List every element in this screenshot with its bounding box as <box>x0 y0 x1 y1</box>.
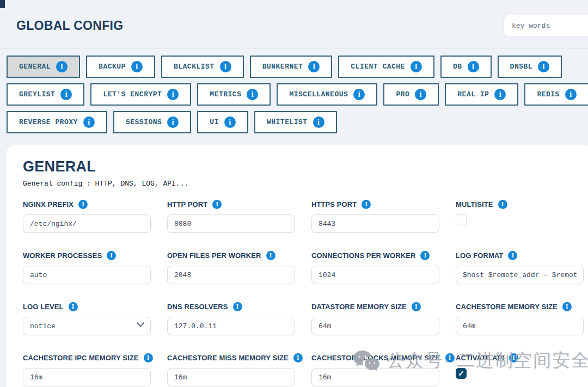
tab-row: GENERALiBACKUPiBLACKLISTiBUNKERNETiCLIEN… <box>7 56 581 78</box>
field-label: CACHESTORE LOCKS MEMORY SIZEi <box>311 353 439 363</box>
field-label-text: WORKER PROCESSES <box>23 251 102 260</box>
info-icon[interactable]: i <box>308 61 320 72</box>
tab-label: REDIS <box>537 90 560 99</box>
https-port-input[interactable] <box>311 214 439 233</box>
tab-sessions[interactable]: SESSIONSi <box>113 111 191 133</box>
field-label: OPEN FILES PER WORKERi <box>167 251 295 260</box>
tab-miscellaneous[interactable]: MISCELLANEOUSi <box>277 83 377 106</box>
tab-db[interactable]: DBi <box>440 56 492 78</box>
tab-dnsbl[interactable]: DNSBLi <box>498 56 562 78</box>
field-label-text: DNS RESOLVERS <box>167 303 228 311</box>
tab-row: REVERSE PROXYiSESSIONSiUIiWHITELISTi <box>7 111 581 133</box>
info-icon[interactable]: i <box>266 251 275 260</box>
log-format-input[interactable] <box>456 266 584 284</box>
info-icon[interactable]: i <box>353 89 365 100</box>
cachestore-ipc-memory-size-input[interactable] <box>23 368 151 386</box>
info-icon[interactable]: i <box>411 61 422 72</box>
tab-label: UI <box>210 118 219 126</box>
tab-label: GENERAL <box>19 63 51 71</box>
tab-reverse-proxy[interactable]: REVERSE PROXYi <box>7 111 107 133</box>
tab-let-s-encrypt[interactable]: LET'S ENCRYPTi <box>90 83 191 106</box>
tab-redis[interactable]: REDISi <box>524 83 588 106</box>
info-icon[interactable]: i <box>415 89 426 100</box>
tab-label: LET'S ENCRYPT <box>103 90 162 99</box>
field-label: HTTP PORTi <box>167 200 295 209</box>
info-icon[interactable]: i <box>538 61 549 72</box>
tab-whitelist[interactable]: WHITELISTi <box>254 111 337 133</box>
info-icon[interactable]: i <box>220 61 231 72</box>
tab-ui[interactable]: UIi <box>197 111 248 133</box>
info-icon[interactable]: i <box>233 302 242 311</box>
tab-metrics[interactable]: METRICSi <box>197 83 271 106</box>
tab-label: REVERSE PROXY <box>19 118 78 126</box>
info-icon[interactable]: i <box>313 116 324 128</box>
datastore-memory-size-input[interactable] <box>311 317 439 335</box>
tab-blacklist[interactable]: BLACKLISTi <box>161 56 244 78</box>
field-label-text: HTTP PORT <box>167 200 207 208</box>
tab-pro[interactable]: PROi <box>383 83 439 106</box>
tab-general[interactable]: GENERALi <box>7 56 80 78</box>
info-icon[interactable]: i <box>131 61 143 72</box>
field-multisite: MULTISITEi <box>456 200 584 233</box>
field-label-text: MULTISITE <box>456 200 493 208</box>
info-icon[interactable]: i <box>293 353 303 363</box>
info-icon[interactable]: i <box>562 302 572 311</box>
open-files-per-worker-input[interactable] <box>167 266 295 284</box>
search-input[interactable] <box>504 15 588 37</box>
tab-bunkernet[interactable]: BUNKERNETi <box>250 56 333 78</box>
info-icon[interactable]: i <box>167 116 179 128</box>
tab-backup[interactable]: BACKUPi <box>86 56 155 78</box>
log-level-select[interactable]: notice <box>23 317 151 335</box>
panel-subtitle: General config : HTTP, DNS, LOG, API... <box>23 180 588 188</box>
cachestore-locks-memory-size-input[interactable] <box>311 368 439 386</box>
field-label-text: DATASTORE MEMORY SIZE <box>311 303 407 311</box>
info-icon[interactable]: i <box>445 353 455 363</box>
info-icon[interactable]: i <box>494 89 506 100</box>
info-icon[interactable]: i <box>565 89 577 100</box>
info-icon[interactable]: i <box>107 251 116 260</box>
field-open-files-per-worker: OPEN FILES PER WORKERi <box>167 251 295 284</box>
info-icon[interactable]: i <box>167 89 179 100</box>
cachestore-memory-size-input[interactable] <box>456 317 584 335</box>
connections-per-worker-input[interactable] <box>311 266 439 284</box>
info-icon[interactable]: i <box>508 251 517 260</box>
tab-greylist[interactable]: GREYLISTi <box>7 83 84 106</box>
info-icon[interactable]: i <box>509 353 518 363</box>
field-label: DNS RESOLVERSi <box>167 302 295 311</box>
field-label-text: OPEN FILES PER WORKER <box>167 251 261 260</box>
worker-processes-input[interactable] <box>23 266 151 284</box>
http-port-input[interactable] <box>167 214 295 233</box>
info-icon[interactable]: i <box>60 89 72 100</box>
info-icon[interactable]: i <box>412 302 421 311</box>
info-icon[interactable]: i <box>468 61 479 72</box>
info-icon[interactable]: i <box>224 116 236 128</box>
multisite-checkbox[interactable] <box>456 214 467 225</box>
field-log-format: LOG FORMATi <box>456 251 584 284</box>
info-icon[interactable]: i <box>69 302 78 311</box>
field-label-text: ACTIVATE API <box>456 354 504 362</box>
info-icon[interactable]: i <box>420 251 430 260</box>
field-label-text: CONNECTIONS PER WORKER <box>311 251 415 260</box>
nginx-prefix-input[interactable] <box>23 214 151 233</box>
field-cachestore-miss-memory-size: CACHESTORE MISS MEMORY SIZEi <box>167 353 295 386</box>
info-icon[interactable]: i <box>212 200 222 209</box>
field-label-text: LOG LEVEL <box>23 303 64 311</box>
info-icon[interactable]: i <box>83 116 95 128</box>
field-nginx-prefix: NGINX PREFIXi <box>23 200 151 233</box>
info-icon[interactable]: i <box>247 89 258 100</box>
cachestore-miss-memory-size-input[interactable] <box>167 368 295 386</box>
field-cachestore-memory-size: CACHESTORE MEMORY SIZEi <box>456 302 584 335</box>
info-icon[interactable]: i <box>362 200 371 209</box>
tab-real-ip[interactable]: REAL IPi <box>445 83 518 106</box>
field-label: HTTPS PORTi <box>311 200 439 209</box>
info-icon[interactable]: i <box>144 353 153 363</box>
activate-api-checkbox[interactable] <box>456 368 467 379</box>
info-icon[interactable]: i <box>78 200 88 209</box>
dns-resolvers-input[interactable] <box>167 317 295 335</box>
info-icon[interactable]: i <box>498 200 507 209</box>
tab-client-cache[interactable]: CLIENT CACHEi <box>338 56 434 78</box>
info-icon[interactable]: i <box>56 61 68 72</box>
field-label: DATASTORE MEMORY SIZEi <box>311 302 439 311</box>
field-label: WORKER PROCESSESi <box>23 251 151 260</box>
tab-label: SESSIONS <box>126 118 162 126</box>
